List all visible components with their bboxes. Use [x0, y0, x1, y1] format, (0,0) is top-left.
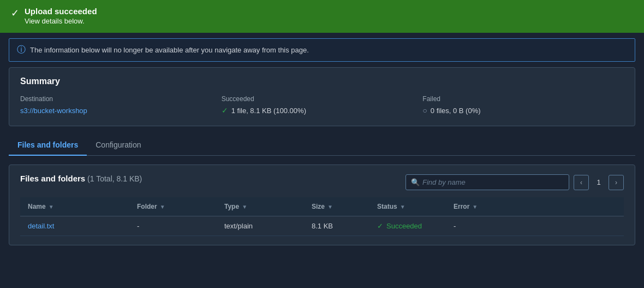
pagination-next-button[interactable]: ›	[609, 175, 624, 190]
cell-folder: -	[129, 216, 217, 236]
table-body: detail.txt - text/plain 8.1 KB ✓ Succeed…	[20, 216, 624, 236]
failed-value: ○ 0 files, 0 B (0%)	[422, 106, 624, 115]
pagination-current-page: 1	[593, 178, 604, 186]
summary-failed-col: Failed ○ 0 files, 0 B (0%)	[422, 95, 624, 115]
info-bar-text: The information below will no longer be …	[30, 46, 309, 54]
col-header-error: Error ▼	[446, 197, 624, 216]
col-header-size: Size ▼	[304, 197, 369, 216]
col-header-status: Status ▼	[369, 197, 446, 216]
files-count: (1 Total, 8.1 KB)	[87, 174, 142, 183]
succeeded-label: Succeeded	[222, 95, 423, 103]
sort-icon-name: ▼	[49, 204, 54, 210]
tabs-bar: Files and folders Configuration	[9, 135, 635, 156]
search-icon: 🔍	[411, 178, 420, 186]
success-check-icon: ✓	[11, 7, 19, 19]
info-icon: ⓘ	[17, 44, 26, 56]
col-header-name: Name ▼	[20, 197, 129, 216]
pagination-prev-button[interactable]: ‹	[574, 175, 589, 190]
failed-text: 0 files, 0 B (0%)	[431, 107, 481, 115]
tab-configuration[interactable]: Configuration	[87, 135, 150, 156]
tab-files-folders[interactable]: Files and folders	[9, 135, 87, 156]
sort-icon-status: ▼	[400, 204, 406, 210]
cell-name: detail.txt	[20, 216, 129, 236]
success-banner-title: Upload succeeded	[25, 7, 97, 16]
pagination: ‹ 1 ›	[574, 175, 624, 190]
destination-link[interactable]: s3://bucket-workshop	[20, 107, 87, 115]
success-banner-text: Upload succeeded View details below.	[25, 7, 97, 25]
sort-icon-type: ▼	[242, 204, 247, 210]
cell-status: ✓ Succeeded	[369, 216, 446, 236]
success-banner-subtitle: View details below.	[25, 17, 97, 25]
cell-size: 8.1 KB	[304, 216, 369, 236]
files-section-header: Files and folders (1 Total, 8.1 KB)	[20, 174, 142, 183]
failed-label: Failed	[422, 95, 624, 103]
failed-circle-icon: ○	[422, 106, 427, 115]
files-toolbar: Files and folders (1 Total, 8.1 KB) 🔍 ‹ …	[20, 174, 624, 191]
col-header-folder: Folder ▼	[129, 197, 217, 216]
succeeded-value: ✓ 1 file, 8.1 KB (100.00%)	[222, 106, 423, 115]
col-header-type: Type ▼	[217, 197, 304, 216]
summary-section: Summary Destination s3://bucket-workshop…	[9, 67, 635, 126]
table-row: detail.txt - text/plain 8.1 KB ✓ Succeed…	[20, 216, 624, 236]
summary-succeeded-col: Succeeded ✓ 1 file, 8.1 KB (100.00%)	[222, 95, 423, 115]
sort-icon-folder: ▼	[160, 204, 165, 210]
succeeded-text: 1 file, 8.1 KB (100.00%)	[231, 107, 306, 115]
files-section-title: Files and folders	[20, 174, 85, 183]
search-box: 🔍	[406, 174, 569, 190]
succeeded-check-icon: ✓	[222, 106, 228, 115]
destination-label: Destination	[20, 95, 222, 103]
info-bar: ⓘ The information below will no longer b…	[9, 38, 635, 62]
files-table: Name ▼ Folder ▼ Type ▼	[20, 197, 624, 236]
cell-type: text/plain	[217, 216, 304, 236]
search-input[interactable]	[406, 174, 569, 190]
cell-error: -	[446, 216, 624, 236]
table-header: Name ▼ Folder ▼ Type ▼	[20, 197, 624, 216]
sort-icon-error: ▼	[472, 204, 478, 210]
search-container: 🔍 ‹ 1 ›	[406, 174, 624, 190]
sort-icon-size: ▼	[327, 204, 333, 210]
row-status-check-icon: ✓	[377, 222, 383, 230]
files-section: Files and folders (1 Total, 8.1 KB) 🔍 ‹ …	[9, 164, 635, 245]
summary-title: Summary	[20, 77, 624, 86]
summary-destination-col: Destination s3://bucket-workshop	[20, 95, 222, 115]
row-status-text: Succeeded	[386, 222, 422, 230]
file-name-link[interactable]: detail.txt	[28, 222, 54, 230]
success-banner: ✓ Upload succeeded View details below.	[0, 0, 644, 33]
